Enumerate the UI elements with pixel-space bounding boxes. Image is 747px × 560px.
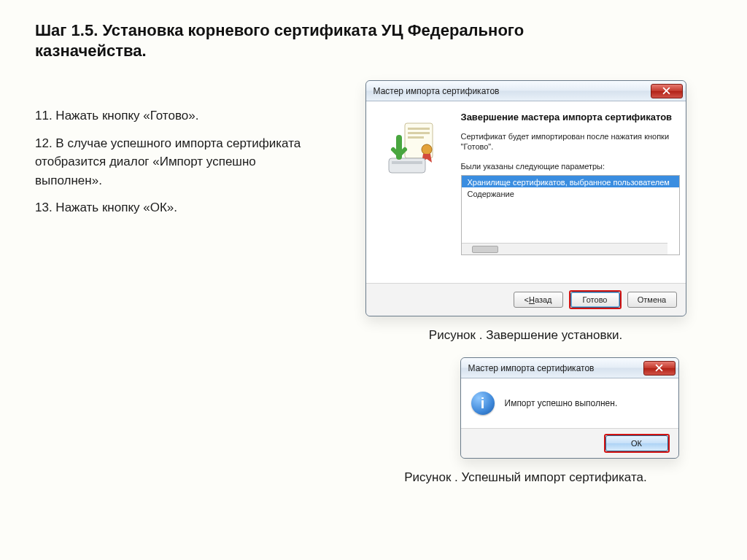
svg-rect-6: [392, 161, 422, 164]
close-icon: [662, 87, 670, 95]
svg-rect-2: [408, 132, 430, 134]
wizard-graphic: [374, 112, 454, 276]
finish-highlight: Готово: [569, 290, 622, 309]
instructions-block: 11. Нажать кнопку «Готово». 12. В случае…: [35, 80, 321, 226]
wizard-listbox[interactable]: Хранилище сертификатов, выбранное пользо…: [461, 175, 680, 255]
back-hotkey: Н: [529, 295, 535, 304]
close-icon: [655, 364, 663, 372]
wizard-titlebar[interactable]: Мастер импорта сертификатов: [366, 81, 686, 101]
wizard-heading: Завершение мастера импорта сертификатов: [461, 112, 680, 123]
back-button[interactable]: < Назад: [514, 292, 563, 308]
figure-caption-1: Рисунок . Завершение установки.: [429, 328, 622, 343]
svg-rect-1: [408, 128, 430, 130]
svg-rect-3: [408, 136, 424, 139]
list-row[interactable]: Содержание: [462, 187, 679, 199]
instruction-13: 13. Нажать кнопку «ОК».: [35, 198, 321, 217]
close-button[interactable]: [643, 361, 676, 376]
wizard-button-row: < Назад Готово Отмена: [366, 284, 686, 316]
ok-highlight: ОК: [604, 434, 670, 453]
info-icon: i: [471, 392, 495, 415]
certificate-import-icon: [383, 117, 444, 179]
horizontal-scrollbar[interactable]: [462, 243, 667, 254]
wizard-window: Мастер импорта сертификатов: [365, 80, 686, 316]
msgbox-window: Мастер импорта сертификатов i Импорт усп…: [460, 357, 679, 459]
instruction-12: 12. В случае успешного импорта сертифика…: [35, 134, 321, 190]
msgbox-message: Импорт успешно выполнен.: [505, 398, 618, 408]
svg-rect-5: [389, 158, 425, 173]
wizard-body-text: Сертификат будет импортирован после нажа…: [461, 131, 680, 153]
instruction-11: 11. Нажать кнопку «Готово».: [35, 106, 321, 125]
finish-button[interactable]: Готово: [570, 292, 620, 308]
back-rest: азад: [535, 295, 552, 304]
list-row-selected[interactable]: Хранилище сертификатов, выбранное пользо…: [462, 176, 679, 187]
msgbox-button-row: ОК: [461, 429, 678, 458]
page-title: Шаг 1.5. Установка корневого сертификата…: [35, 20, 633, 61]
close-button[interactable]: [651, 84, 683, 98]
msgbox-body: i Импорт успешно выполнен.: [461, 378, 678, 429]
figure-caption-2: Рисунок . Успешный импорт сертификата.: [404, 470, 646, 485]
cancel-button[interactable]: Отмена: [627, 292, 677, 308]
ok-button[interactable]: ОК: [605, 435, 668, 451]
wizard-list-label: Были указаны следующие параметры:: [461, 161, 680, 172]
wizard-title-text: Мастер импорта сертификатов: [374, 86, 500, 96]
msgbox-titlebar[interactable]: Мастер импорта сертификатов: [461, 358, 678, 378]
msgbox-title-text: Мастер импорта сертификатов: [468, 363, 595, 373]
svg-point-4: [422, 144, 432, 155]
